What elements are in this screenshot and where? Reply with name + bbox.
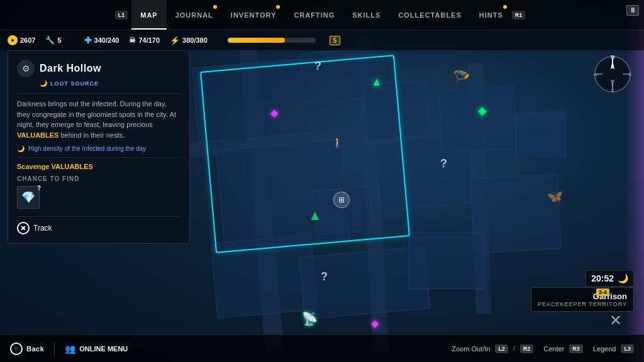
center-r3-badge: R3: [569, 344, 583, 353]
health-display: ✚ 340/240: [84, 35, 119, 45]
back-button[interactable]: ○ Back: [10, 343, 44, 355]
nav-tab-hints[interactable]: HINTS: [470, 0, 512, 30]
back-circle-icon: ○: [10, 343, 23, 355]
tower-marker: 📡: [302, 311, 318, 326]
skull-icon: ☠: [129, 36, 136, 45]
nav-tab-map[interactable]: MAP: [131, 0, 166, 30]
tools-display: 🔧 5: [45, 36, 61, 45]
xp-bar-fill: [228, 38, 285, 43]
health-value: 340/240: [94, 36, 119, 44]
track-circle-icon: [17, 222, 30, 234]
panel-scavenge: Scavenge VALUABLES: [17, 163, 180, 170]
item-question: ?: [37, 185, 41, 192]
nav-tab-skills[interactable]: SKILLS: [343, 0, 389, 30]
inventory-dot: [276, 5, 280, 9]
online-icon: 👥: [65, 344, 75, 354]
center-label: Center: [543, 345, 564, 353]
panel-title-row: ⚙ Dark Hollow: [17, 60, 180, 77]
garrison-panel: Garrison PEACEKEEPER TERRITORY: [531, 287, 634, 312]
panel-chance-title: CHANCE TO FIND: [17, 175, 180, 182]
panel-divider-2: [17, 157, 180, 158]
zoom-l2-badge: L2: [495, 344, 508, 353]
coins-icon: ●: [8, 35, 18, 45]
bolt-icon: ⚡: [170, 36, 180, 45]
kills-value: 74/170: [138, 36, 160, 44]
track-x-icon: [19, 224, 27, 232]
online-label: ONLINE MENU: [79, 345, 128, 353]
nav-tab-collectables[interactable]: COLLECTABLES: [389, 0, 470, 30]
parachute-map-icon: 🪂: [453, 69, 470, 85]
panel-gear-icon: ⚙: [17, 60, 35, 77]
level-badge: 5: [330, 36, 341, 45]
scavenge-item: VALUABLES: [51, 163, 92, 170]
npc-marker: ⊞: [333, 192, 350, 208]
player-arrow: ▲: [308, 207, 322, 224]
legend-label: Legend: [593, 345, 616, 353]
journal-dot: [213, 5, 217, 9]
separator-1: [54, 342, 55, 356]
top-right-badge: II: [626, 5, 639, 16]
tools-value: 5: [57, 36, 61, 44]
time-moon-icon: 🌙: [618, 273, 628, 283]
hints-dot: [503, 5, 507, 9]
garrison-x-marker: ✕: [609, 312, 622, 329]
health-icon: ✚: [84, 35, 92, 45]
stamina-display: ⚡ 380/380: [170, 36, 208, 45]
online-menu-button[interactable]: 👥 ONLINE MENU: [65, 344, 128, 354]
stamina-value: 380/380: [182, 36, 208, 44]
nav-tab-inventory[interactable]: INVENTORY: [222, 0, 286, 30]
map-question-3: ?: [321, 270, 328, 283]
green-marker-1: ▲: [371, 75, 382, 89]
wings-map-icon: 🦋: [547, 189, 563, 204]
tools-icon: 🔧: [45, 36, 55, 45]
panel-divider-1: [17, 93, 180, 94]
panel-divider-3: [17, 216, 180, 217]
location-info-panel: ⚙ Dark Hollow LOOT SOURCE Darkness bring…: [8, 50, 190, 244]
compass: N S W E: [594, 55, 631, 93]
garrison-name: Garrison: [538, 292, 627, 301]
panel-highlight: VALUABLES: [17, 131, 58, 139]
purple-marker: ◆: [270, 107, 278, 119]
status-bar: ● 2607 🔧 5 ✚ 340/240 ☠ 74/170 ⚡ 380/380 …: [0, 30, 644, 50]
zoom-r2-badge: R2: [520, 344, 534, 353]
bottom-bar: ○ Back 👥 ONLINE MENU Zoom Out/In L2 / R2…: [0, 334, 644, 362]
svg-text:S: S: [611, 88, 614, 93]
nav-tab-journal[interactable]: JOURNAL: [167, 0, 222, 30]
back-label: Back: [26, 345, 44, 353]
purple-marker-2: ◆: [371, 317, 379, 329]
panel-item-diamond: 💎 ?: [17, 186, 40, 209]
coins-display: ● 2607: [8, 35, 35, 45]
coins-value: 2607: [20, 36, 35, 44]
panel-items: 💎 ?: [17, 186, 180, 209]
nav-left-button[interactable]: L1: [115, 11, 128, 19]
nav-right-button[interactable]: R1: [512, 11, 526, 19]
zoom-label: Zoom Out/In: [452, 345, 490, 353]
panel-description: Darkness brings out the infected. During…: [17, 99, 180, 140]
track-button[interactable]: Track: [17, 222, 180, 234]
panel-subtitle: LOOT SOURCE: [40, 80, 180, 87]
time-value: 20:52: [591, 273, 614, 283]
character-marker: 🚶: [331, 137, 344, 149]
time-display: 20:52 🌙: [586, 270, 634, 287]
svg-text:E: E: [628, 72, 631, 77]
garrison-level-badge: 3-4: [596, 288, 609, 296]
track-label: Track: [33, 224, 52, 233]
map-question-2: ?: [440, 157, 447, 170]
svg-text:N: N: [611, 55, 615, 60]
top-navigation: L1 MAP JOURNAL INVENTORY CRAFTING SKILLS…: [0, 0, 644, 30]
xp-bar: [228, 38, 316, 43]
map-question-1: ?: [314, 60, 321, 73]
kills-display: ☠ 74/170: [129, 36, 160, 45]
garrison-territory: PEACEKEEPER TERRITORY: [538, 301, 627, 307]
nav-tab-crafting[interactable]: CRAFTING: [285, 0, 343, 30]
legend-l3-badge: L3: [621, 344, 634, 353]
green-marker-2: ◆: [478, 104, 487, 118]
panel-title: Dark Hollow: [40, 63, 101, 74]
panel-warning: High density of the Infected during the …: [17, 145, 180, 152]
svg-text:W: W: [594, 72, 598, 77]
zoom-controls: Zoom Out/In L2 / R2 Center R3 Legend L3: [452, 344, 634, 353]
